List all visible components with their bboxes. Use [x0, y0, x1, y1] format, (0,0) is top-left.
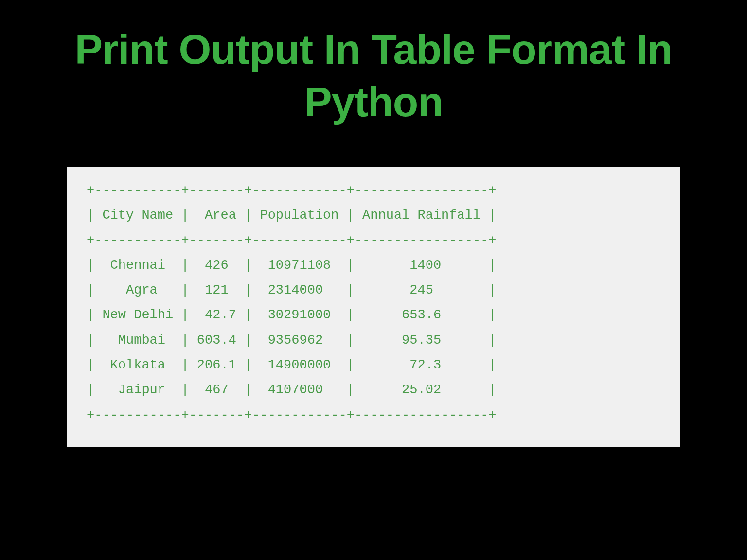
- table-header-row: | City Name | Area | Population | Annual…: [87, 208, 497, 223]
- table-row: | Chennai | 426 | 10971108 | 1400 |: [87, 258, 497, 273]
- ascii-table-container: +-----------+-------+------------+------…: [67, 167, 680, 447]
- table-row: | Agra | 121 | 2314000 | 245 |: [87, 283, 497, 298]
- page-title: Print Output In Table Format In Python: [0, 23, 747, 128]
- table-row: | Jaipur | 467 | 4107000 | 25.02 |: [87, 383, 497, 397]
- table-row: | Kolkata | 206.1 | 14900000 | 72.3 |: [87, 358, 497, 372]
- table-border-top: +-----------+-------+------------+------…: [87, 183, 497, 198]
- table-border-mid: +-----------+-------+------------+------…: [87, 233, 497, 248]
- table-row: | New Delhi | 42.7 | 30291000 | 653.6 |: [87, 308, 497, 322]
- ascii-table: +-----------+-------+------------+------…: [87, 178, 660, 428]
- table-border-bot: +-----------+-------+------------+------…: [87, 408, 497, 422]
- table-row: | Mumbai | 603.4 | 9356962 | 95.35 |: [87, 333, 497, 348]
